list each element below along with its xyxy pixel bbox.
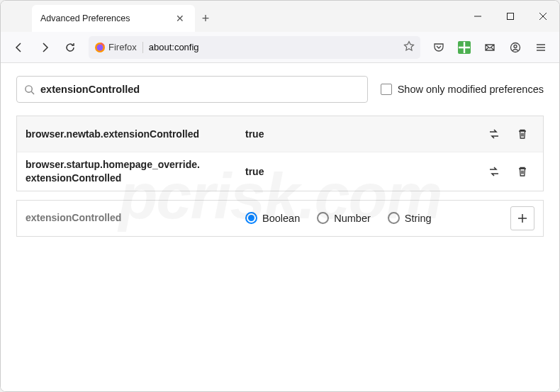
new-pref-row: extensionControlled Boolean Number Strin…	[17, 201, 543, 236]
identity-label: Firefox	[108, 42, 137, 52]
pref-name: browser.newtab.extensionControlled	[26, 128, 245, 141]
radio-label: Boolean	[262, 213, 300, 224]
svg-point-11	[26, 85, 32, 91]
close-window-button[interactable]	[527, 1, 559, 32]
radio-label: String	[405, 213, 432, 224]
menu-button[interactable]	[530, 36, 552, 59]
identity-box[interactable]: Firefox	[94, 42, 143, 53]
extension-icon[interactable]	[453, 36, 476, 59]
radio-label: Number	[334, 213, 371, 224]
window-controls	[461, 1, 559, 32]
about-config-content: Show only modified preferences browser.n…	[1, 63, 559, 391]
radio-boolean[interactable]: Boolean	[245, 212, 300, 224]
row-actions	[482, 122, 534, 146]
account-icon[interactable]	[504, 36, 527, 59]
back-button[interactable]	[8, 36, 30, 59]
tab-title: Advanced Preferences	[40, 13, 130, 23]
mail-icon[interactable]	[478, 36, 501, 59]
new-pref-row-container: extensionControlled Boolean Number Strin…	[16, 200, 544, 237]
svg-rect-1	[508, 13, 514, 20]
checkbox-icon	[381, 84, 392, 95]
radio-icon	[317, 212, 329, 224]
radio-number[interactable]: Number	[317, 212, 371, 224]
prefs-table: browser.newtab.extensionControlled true …	[16, 116, 544, 191]
svg-point-5	[97, 44, 103, 50]
radio-icon	[388, 212, 400, 224]
pref-name: browser.startup.homepage_override.extens…	[26, 158, 245, 185]
toggle-button[interactable]	[482, 122, 506, 146]
radio-string[interactable]: String	[388, 212, 432, 224]
search-input[interactable]	[40, 84, 360, 95]
delete-button[interactable]	[510, 122, 534, 146]
new-pref-name: extensionControlled	[26, 211, 245, 225]
pref-value: true	[245, 128, 482, 140]
search-row: Show only modified preferences	[16, 76, 544, 103]
toggle-button[interactable]	[482, 159, 506, 184]
reload-button[interactable]	[59, 36, 82, 59]
search-box[interactable]	[16, 76, 368, 103]
minimize-button[interactable]	[461, 1, 494, 32]
type-radios: Boolean Number String	[245, 212, 510, 224]
tab-close-button[interactable]: ✕	[174, 12, 186, 25]
browser-window: Advanced Preferences ✕ +	[0, 0, 560, 392]
svg-point-7	[514, 45, 517, 47]
url-input[interactable]	[149, 42, 398, 52]
pref-row[interactable]: browser.startup.homepage_override.extens…	[17, 152, 543, 191]
row-actions	[482, 159, 534, 184]
forward-button[interactable]	[33, 36, 56, 59]
pocket-icon[interactable]	[427, 36, 450, 59]
svg-line-12	[31, 91, 34, 94]
pref-value: true	[245, 166, 482, 177]
nav-toolbar: Firefox	[1, 32, 559, 63]
radio-icon	[245, 212, 257, 224]
add-button[interactable]	[510, 206, 534, 230]
checkbox-label-text: Show only modified preferences	[398, 84, 544, 95]
delete-button[interactable]	[510, 159, 534, 184]
bookmark-star-icon[interactable]	[403, 40, 415, 54]
pref-row[interactable]: browser.newtab.extensionControlled true	[17, 116, 543, 152]
firefox-icon	[94, 42, 106, 53]
row-actions	[510, 206, 534, 230]
new-tab-button[interactable]: +	[195, 5, 216, 32]
search-icon	[24, 84, 35, 95]
maximize-button[interactable]	[494, 1, 527, 32]
show-modified-checkbox[interactable]: Show only modified preferences	[381, 84, 544, 95]
titlebar: Advanced Preferences ✕ +	[1, 1, 559, 32]
browser-tab[interactable]: Advanced Preferences ✕	[32, 5, 195, 32]
url-bar[interactable]: Firefox	[89, 36, 420, 59]
